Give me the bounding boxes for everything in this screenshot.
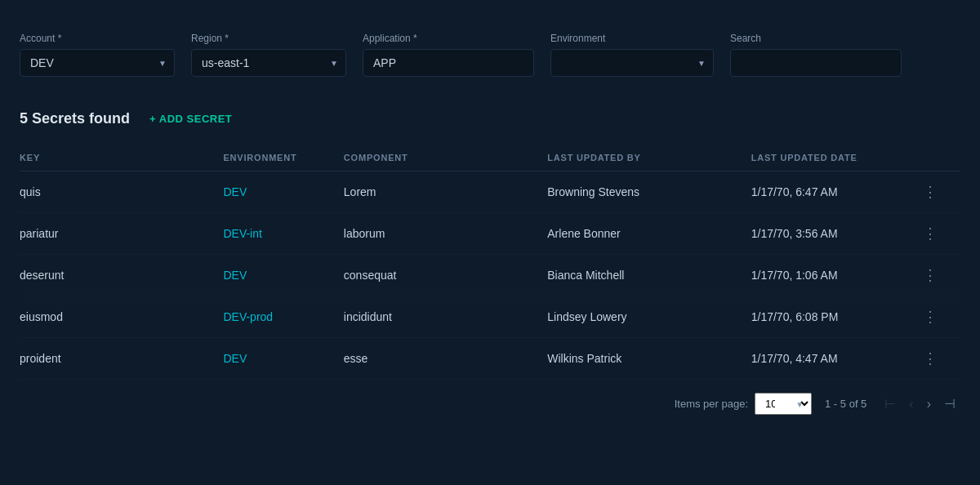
region-select[interactable]: us-east-1 us-west-2 eu-west-1 — [191, 49, 346, 77]
environment-filter-group: Environment DEV DEV-int DEV-prod PROD ▼ — [550, 33, 714, 77]
cell-key: pariatur — [20, 213, 223, 255]
table-row: proident DEV esse Wilkins Patrick 1/17/7… — [20, 338, 960, 380]
cell-updated-date: 1/17/70, 3:56 AM — [751, 213, 918, 255]
search-label: Search — [730, 33, 902, 44]
cell-updated-by: Arlene Bonner — [547, 213, 751, 255]
filter-row: Account * DEV PROD STAGING ▼ Region * us… — [20, 33, 960, 77]
cell-updated-date: 1/17/70, 6:08 PM — [751, 296, 918, 338]
add-secret-button[interactable]: + ADD SECRET — [143, 109, 238, 128]
col-header-component: COMPONENT — [344, 145, 547, 171]
pagination-controls: ⊢ ‹ › ⊣ — [880, 394, 960, 414]
cell-updated-by: Browning Stevens — [547, 171, 751, 213]
environment-select-wrapper: DEV DEV-int DEV-prod PROD ▼ — [550, 49, 714, 77]
pagination-prev-button[interactable]: ‹ — [904, 394, 918, 414]
application-input[interactable] — [363, 49, 534, 77]
cell-environment: DEV — [223, 338, 343, 380]
cell-updated-by: Wilkins Patrick — [547, 338, 751, 380]
application-filter-group: Application * — [363, 33, 534, 77]
cell-key: eiusmod — [20, 296, 223, 338]
col-header-environment: ENVIRONMENT — [223, 145, 343, 171]
context-menu-button[interactable]: ⋮ — [918, 349, 942, 367]
cell-environment: DEV — [223, 171, 343, 213]
account-label: Account * — [20, 33, 175, 44]
cell-key: quis — [20, 171, 223, 213]
cell-actions: ⋮ — [918, 171, 960, 213]
page-wrapper: Account * DEV PROD STAGING ▼ Region * us… — [0, 0, 980, 434]
application-label: Application * — [363, 33, 534, 44]
cell-updated-date: 1/17/70, 1:06 AM — [751, 255, 918, 296]
cell-updated-by: Bianca Mitchell — [547, 255, 751, 296]
context-menu-button[interactable]: ⋮ — [918, 308, 942, 326]
cell-component: incididunt — [344, 296, 547, 338]
cell-environment: DEV — [223, 255, 343, 296]
cell-key: deserunt — [20, 255, 223, 296]
cell-updated-by: Lindsey Lowery — [547, 296, 751, 338]
secrets-found-text: 5 Secrets found — [20, 110, 130, 127]
search-filter-group: Search — [730, 33, 902, 77]
pagination-last-button[interactable]: ⊣ — [939, 394, 960, 414]
account-select[interactable]: DEV PROD STAGING — [20, 49, 175, 77]
col-header-key: KEY — [20, 145, 223, 171]
cell-component: esse — [344, 338, 547, 380]
context-menu-button[interactable]: ⋮ — [918, 225, 942, 242]
cell-component: laborum — [344, 213, 547, 255]
col-header-updated-by: LAST UPDATED BY — [547, 145, 751, 171]
cell-component: Lorem — [344, 171, 547, 213]
cell-updated-date: 1/17/70, 6:47 AM — [751, 171, 918, 213]
pagination-row: Items per page: 5 10 25 50 ▼ 1 - 5 of 5 … — [20, 393, 960, 415]
region-select-wrapper: us-east-1 us-west-2 eu-west-1 ▼ — [191, 49, 346, 77]
secrets-table: KEY ENVIRONMENT COMPONENT LAST UPDATED B… — [20, 145, 960, 380]
summary-bar: 5 Secrets found + ADD SECRET — [20, 109, 960, 128]
environment-label: Environment — [550, 33, 714, 44]
pagination-next-button[interactable]: › — [922, 394, 936, 414]
items-per-page-group: Items per page: 5 10 25 50 ▼ — [675, 393, 812, 415]
col-header-updated-date: LAST UPDATED DATE — [751, 145, 918, 171]
cell-component: consequat — [344, 255, 547, 296]
account-filter-group: Account * DEV PROD STAGING ▼ — [20, 33, 175, 77]
table-row: deserunt DEV consequat Bianca Mitchell 1… — [20, 255, 960, 296]
search-input[interactable] — [730, 49, 902, 77]
cell-actions: ⋮ — [918, 255, 960, 296]
col-header-actions — [918, 145, 960, 171]
items-per-page-label: Items per page: — [675, 398, 748, 410]
environment-select[interactable]: DEV DEV-int DEV-prod PROD — [550, 49, 714, 77]
cell-updated-date: 1/17/70, 4:47 AM — [751, 338, 918, 380]
cell-actions: ⋮ — [918, 296, 960, 338]
cell-actions: ⋮ — [918, 213, 960, 255]
context-menu-button[interactable]: ⋮ — [918, 183, 942, 201]
table-row: eiusmod DEV-prod incididunt Lindsey Lowe… — [20, 296, 960, 338]
cell-environment: DEV-prod — [223, 296, 343, 338]
cell-environment: DEV-int — [223, 213, 343, 255]
items-per-page-select-wrapper: 5 10 25 50 ▼ — [755, 393, 812, 415]
context-menu-button[interactable]: ⋮ — [918, 266, 942, 284]
table-header: KEY ENVIRONMENT COMPONENT LAST UPDATED B… — [20, 145, 960, 171]
table-row: quis DEV Lorem Browning Stevens 1/17/70,… — [20, 171, 960, 213]
items-per-page-select[interactable]: 5 10 25 50 — [755, 393, 812, 415]
table-header-row: KEY ENVIRONMENT COMPONENT LAST UPDATED B… — [20, 145, 960, 171]
cell-actions: ⋮ — [918, 338, 960, 380]
cell-key: proident — [20, 338, 223, 380]
region-label: Region * — [191, 33, 346, 44]
table-body: quis DEV Lorem Browning Stevens 1/17/70,… — [20, 171, 960, 380]
region-filter-group: Region * us-east-1 us-west-2 eu-west-1 ▼ — [191, 33, 346, 77]
page-range-text: 1 - 5 of 5 — [825, 398, 866, 410]
pagination-first-button[interactable]: ⊢ — [880, 394, 901, 414]
table-row: pariatur DEV-int laborum Arlene Bonner 1… — [20, 213, 960, 255]
account-select-wrapper: DEV PROD STAGING ▼ — [20, 49, 175, 77]
